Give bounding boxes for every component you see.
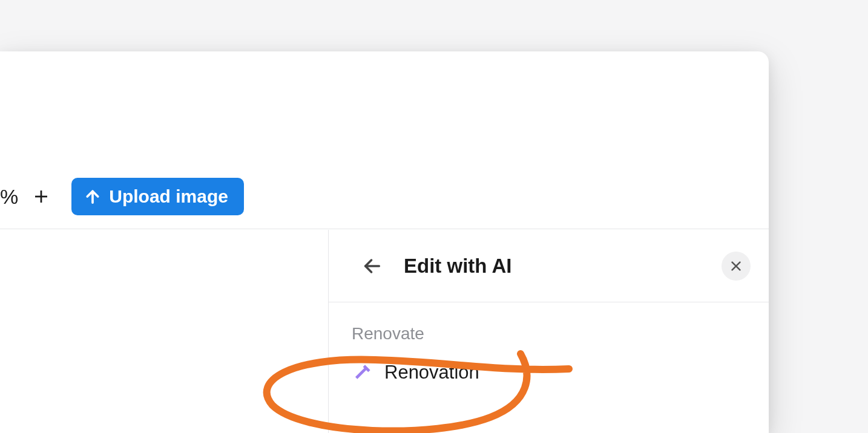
zoom-in-button[interactable] [28,183,54,210]
panel-title: Edit with AI [404,255,703,278]
toolbar-left-fragment: % Upload image [0,178,244,215]
edit-with-ai-panel: Edit with AI Renovate Renovation [328,230,769,433]
app-window: % Upload image [0,51,769,433]
panel-body: Renovate Renovation [329,302,769,388]
upload-image-button[interactable]: Upload image [71,178,244,215]
close-icon [729,259,743,273]
toolbar: % Upload image [0,51,769,229]
section-label-renovate: Renovate [352,324,746,343]
zoom-percent-fragment: % [0,185,18,209]
menu-item-renovation[interactable]: Renovation [352,357,746,388]
panel-header: Edit with AI [329,230,769,302]
plus-icon [32,187,50,206]
menu-item-label: Renovation [384,362,479,383]
arrow-up-icon [84,187,102,206]
close-button[interactable] [722,252,751,281]
upload-button-label: Upload image [109,186,228,207]
back-button[interactable] [359,253,386,279]
hammer-icon [354,363,373,382]
arrow-left-icon [362,256,383,276]
